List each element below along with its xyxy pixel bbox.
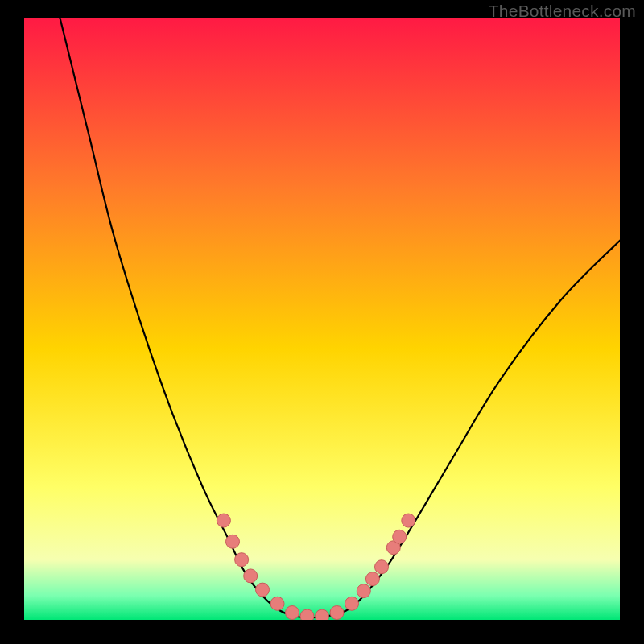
data-dot (235, 553, 249, 567)
chart-frame (0, 18, 644, 644)
data-dot (270, 597, 284, 610)
data-dot (226, 535, 240, 548)
data-dot (402, 514, 415, 527)
data-dot (300, 609, 314, 620)
chart-plot-area (24, 18, 620, 620)
data-dot (357, 584, 370, 598)
gradient-background (24, 18, 620, 620)
data-dot (365, 572, 379, 586)
data-dot (286, 606, 299, 620)
data-dot (316, 609, 329, 620)
bottleneck-curve-chart (24, 18, 620, 620)
data-dot (256, 583, 270, 597)
data-dot (345, 597, 359, 610)
data-dot (244, 569, 258, 583)
data-dot (375, 560, 389, 574)
data-dot (330, 606, 344, 620)
data-dot (393, 530, 407, 543)
data-dot (217, 514, 230, 527)
